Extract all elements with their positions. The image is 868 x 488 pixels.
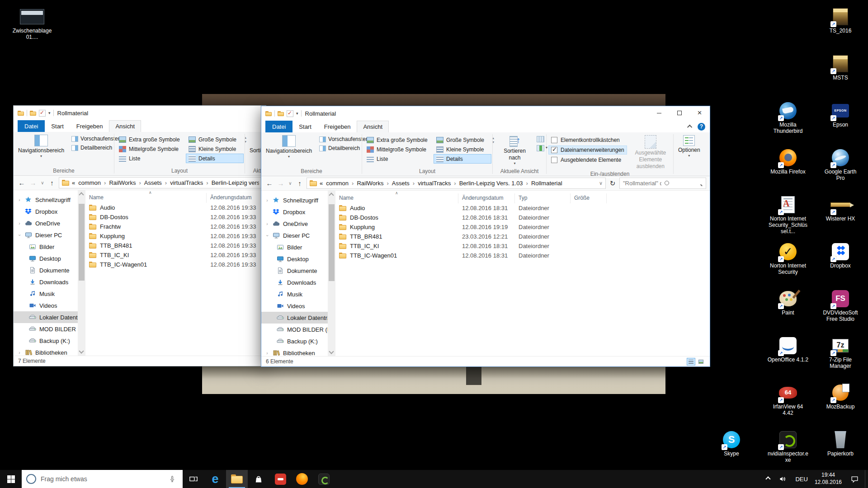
sidebar-item-dropbox[interactable]: Dropbox bbox=[261, 206, 328, 218]
desktop-icon-msts[interactable]: ↗MSTS bbox=[820, 54, 861, 81]
desktop-icon-7zip[interactable]: ↗7-Zip File Manager bbox=[820, 336, 861, 370]
navigation-pane-button[interactable]: Navigationsbereich▾ bbox=[15, 134, 67, 159]
sort-ascending-icon[interactable]: ∧ bbox=[149, 190, 152, 195]
scroll-up-icon[interactable] bbox=[329, 192, 334, 197]
desktop-icon-paint[interactable]: ↗Paint bbox=[767, 289, 809, 316]
file-row-db-dostos[interactable]: DB-Dostos12.08.2016 18:31Dateiordner bbox=[335, 213, 710, 222]
task-view-button[interactable] bbox=[183, 470, 204, 488]
recent-locations-icon[interactable]: ∨ bbox=[40, 180, 45, 185]
sidebar-item-videos[interactable]: Videos bbox=[261, 300, 328, 312]
expander-chevron-icon[interactable]: › bbox=[265, 221, 269, 226]
sidebar-item-musik[interactable]: Musik bbox=[14, 288, 78, 300]
layout-option-details[interactable]: Details bbox=[434, 154, 491, 164]
hide-selected-button[interactable]: Ausgewählte Elemente ausblenden bbox=[630, 135, 671, 170]
minimize-button[interactable] bbox=[649, 106, 669, 120]
expander-chevron-icon[interactable]: › bbox=[17, 350, 22, 355]
column-header-größe[interactable]: Größe bbox=[571, 193, 607, 203]
details-pane-button[interactable]: Detailbereich bbox=[71, 145, 120, 151]
scrollbar-thumb[interactable] bbox=[79, 204, 85, 281]
scrollbar-thumb[interactable] bbox=[329, 204, 335, 281]
expander-chevron-icon[interactable]: › bbox=[265, 198, 269, 203]
back-button[interactable]: ← bbox=[17, 179, 26, 187]
sidebar-item-dropbox[interactable]: Dropbox bbox=[14, 206, 78, 217]
desktop-icon-dropbox[interactable]: ↗Dropbox bbox=[820, 242, 861, 269]
expander-chevron-icon[interactable]: › bbox=[265, 233, 270, 238]
layout-option-mittelgroße-symbole[interactable]: Mittelgroße Symbole bbox=[364, 145, 433, 154]
desktop-icon-google-earth-pro[interactable]: ↗Google Earth Pro bbox=[820, 148, 861, 182]
forward-button[interactable]: → bbox=[276, 179, 285, 187]
breadcrumb-segment[interactable]: Assets bbox=[144, 179, 162, 186]
sidebar-item-bibliotheken[interactable]: ›Bibliotheken bbox=[261, 347, 328, 356]
expander-chevron-icon[interactable]: › bbox=[17, 233, 22, 237]
file-row-audio[interactable]: Audio12.08.2016 19:33 bbox=[85, 203, 266, 212]
column-header-name[interactable]: Name bbox=[85, 193, 207, 203]
close-button[interactable]: × bbox=[689, 106, 710, 120]
sidebar-scrollbar[interactable] bbox=[78, 190, 85, 356]
tab-ansicht[interactable]: Ansicht bbox=[109, 120, 141, 132]
taskbar-app-file-explorer[interactable] bbox=[226, 470, 248, 488]
refresh-icon[interactable]: ↻ bbox=[608, 179, 617, 188]
start-button[interactable] bbox=[0, 470, 22, 488]
sidebar-item-videos[interactable]: Videos bbox=[14, 300, 78, 311]
language-indicator[interactable]: DEU bbox=[795, 476, 807, 483]
sidebar-item-bilder[interactable]: Bilder bbox=[261, 241, 328, 253]
layout-option-liste[interactable]: Liste bbox=[116, 154, 185, 163]
desktop-icon-openoffice[interactable]: ↗OpenOffice 4.1.2 bbox=[767, 336, 809, 363]
tab-datei[interactable]: Datei bbox=[18, 120, 45, 132]
tab-freigeben[interactable]: Freigeben bbox=[318, 121, 357, 132]
qat-customize-chevron-icon[interactable]: ▾ bbox=[48, 111, 51, 115]
desktop-icon-mozilla-thunderbird[interactable]: ↗Mozilla Thunderbird bbox=[767, 101, 809, 135]
toggle-dateinamenerweiterungen[interactable]: Dateinamenerweiterungen bbox=[548, 145, 627, 155]
scroll-down-icon[interactable] bbox=[329, 349, 334, 354]
file-row-frachtw[interactable]: Frachtw12.08.2016 19:33 bbox=[85, 222, 266, 231]
sidebar-scrollbar[interactable] bbox=[328, 191, 335, 356]
sidebar-item-dieser-pc[interactable]: ›Dieser PC bbox=[14, 229, 78, 241]
breadcrumb-segment[interactable]: virtualTracks bbox=[418, 180, 451, 187]
toggle-elementkontrollkästchen[interactable]: Elementkontrollkästchen bbox=[548, 136, 627, 145]
microphone-icon[interactable] bbox=[166, 473, 178, 485]
taskbar-app-game-app[interactable] bbox=[313, 470, 335, 488]
scroll-down-icon[interactable] bbox=[79, 348, 84, 353]
breadcrumb-segment[interactable]: Berlin-Leipzig vers. 1. bbox=[212, 179, 259, 186]
tab-freigeben[interactable]: Freigeben bbox=[70, 120, 109, 132]
titlebar[interactable]: ▾Rollmaterial× bbox=[261, 106, 710, 121]
details-pane-button[interactable]: Detailbereich bbox=[319, 145, 368, 151]
file-row-ttb_br481[interactable]: TTB_BR48123.03.2016 12:21Dateiordner bbox=[335, 232, 710, 241]
help-icon[interactable]: ? bbox=[698, 123, 705, 131]
sort-ascending-icon[interactable]: ∧ bbox=[395, 191, 398, 195]
sidebar-item-dokumente[interactable]: Dokumente bbox=[14, 264, 78, 276]
sidebar-item-backup-k-[interactable]: Backup (K:) bbox=[261, 335, 328, 347]
file-row-kupplung[interactable]: Kupplung12.08.2016 19:33 bbox=[85, 231, 266, 241]
taskbar-clock[interactable]: 19:44 12.08.2016 bbox=[815, 472, 842, 486]
expander-chevron-icon[interactable]: › bbox=[265, 351, 269, 356]
desktop-icon-dvdvideosoft[interactable]: ↗DVDVideoSoft Free Studio bbox=[820, 289, 861, 323]
file-row-audio[interactable]: Audio12.08.2016 18:31Dateiordner bbox=[335, 203, 710, 213]
quick-access-toolbar[interactable]: ▾ bbox=[265, 110, 302, 117]
address-dropdown-icon[interactable]: ∨ bbox=[599, 180, 603, 186]
layout-option-kleine-symbole[interactable]: Kleine Symbole bbox=[186, 144, 244, 154]
sidebar-item-bibliotheken[interactable]: ›Bibliotheken bbox=[14, 347, 78, 356]
sidebar-item-lokaler-datenträ[interactable]: Lokaler Datenträ bbox=[14, 311, 78, 323]
desktop-icon-mozbackup[interactable]: ↗MozBackup bbox=[820, 383, 861, 410]
sidebar-item-dokumente[interactable]: Dokumente bbox=[261, 265, 328, 277]
desktop-icon-papierkorb[interactable]: Papierkorb bbox=[820, 430, 861, 457]
layout-option-große-symbole[interactable]: Große Symbole bbox=[434, 135, 491, 145]
breadcrumb-segment[interactable]: RailWorks bbox=[109, 179, 136, 186]
file-row-kupplung[interactable]: Kupplung12.08.2016 19:19Dateiordner bbox=[335, 222, 710, 232]
sidebar-item-schnellzugriff[interactable]: ›Schnellzugriff bbox=[261, 194, 328, 206]
file-row-ttb_ic-wagen01[interactable]: TTB_IC-Wagen0112.08.2016 19:33 bbox=[85, 260, 266, 269]
details-view-toggle-icon[interactable] bbox=[687, 358, 695, 366]
action-center-icon[interactable] bbox=[849, 473, 860, 485]
taskbar-app-edge[interactable]: e bbox=[204, 470, 226, 488]
file-row-db-dostos[interactable]: DB-Dostos12.08.2016 19:33 bbox=[85, 212, 266, 222]
quick-access-toolbar[interactable]: ▾ bbox=[18, 110, 54, 117]
sidebar-item-bilder[interactable]: Bilder bbox=[14, 241, 78, 253]
desktop-icon-wisterer-hx[interactable]: ↗Wisterer HX bbox=[820, 195, 861, 222]
file-row-ttb_ic_ki[interactable]: TTB_IC_KI12.08.2016 18:31Dateiordner bbox=[335, 241, 710, 251]
sidebar-item-desktop[interactable]: Desktop bbox=[261, 253, 328, 265]
toggle-ausgeblendete-elemente[interactable]: Ausgeblendete Elemente bbox=[548, 155, 627, 164]
expander-chevron-icon[interactable]: › bbox=[17, 221, 22, 226]
breadcrumb-segment[interactable]: RailWorks bbox=[357, 180, 383, 187]
sidebar-item-onedrive[interactable]: ›OneDrive bbox=[261, 218, 328, 230]
layout-option-kleine-symbole[interactable]: Kleine Symbole bbox=[434, 145, 491, 154]
